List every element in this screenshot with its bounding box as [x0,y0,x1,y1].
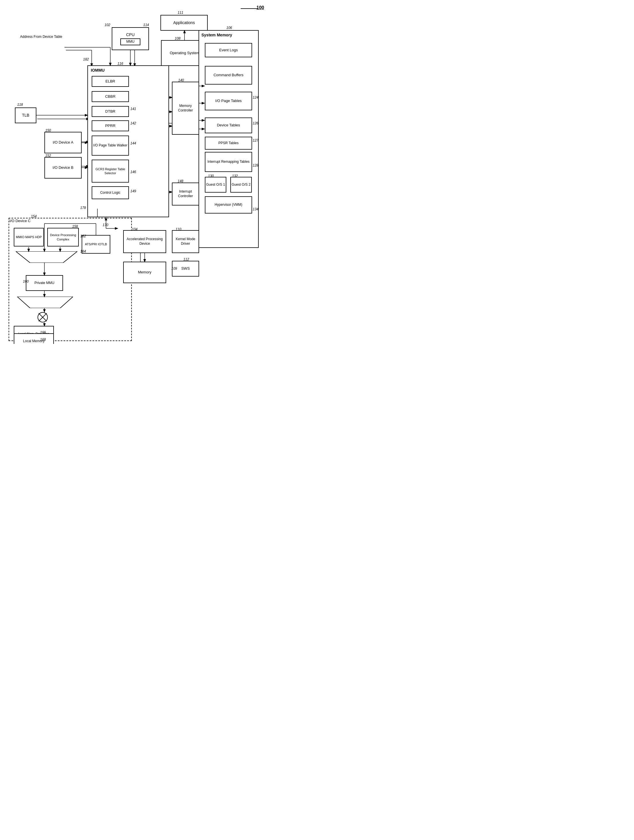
ref-104: 104 [132,227,137,231]
ref-148: 148 [178,179,183,183]
ref-141: 141 [130,107,136,111]
tlb-box: TLB [15,107,36,123]
interrupt-controller-box: Interrupt Controller [172,183,199,205]
io-device-b-box: I/O Device B [44,157,82,178]
ref-142: 142 [130,121,136,125]
mmio-maps-hdp-box: MMIO MAPS HDP [14,228,44,246]
cross-circle [37,312,48,323]
memory-box: Memory [123,262,166,283]
ref-132: 132 [232,174,238,178]
ref-100: 100 [256,5,264,10]
gcr3-box: GCR3 Register Table Selector [91,159,129,183]
ref-116: 116 [117,62,123,66]
address-from-device-table-label: Address From Device Table [20,35,62,39]
dtbr-box: DTBR [91,106,129,117]
mmu-box: MMU [120,38,140,45]
ref-164: 164 [80,249,86,253]
ref-146: 146 [130,170,136,174]
ref-130: 130 [208,174,214,178]
ref-162: 162 [80,234,86,238]
cbbr-box: CBBR [91,91,129,102]
ref-126: 126 [253,121,259,125]
ref-124: 124 [253,95,259,99]
ref-114: 114 [143,23,149,27]
hypervisor-box: Hypervisor (VMM) [205,196,252,213]
interrupt-remapping-tables-box: Interrupt Remapping Tables [205,152,252,172]
ref-178: 178 [80,206,86,210]
memory-controller-box: Memory Controller [172,82,199,135]
ref-150: 150 [45,128,51,133]
ref-158: 158 [72,224,78,228]
funnel-2 [17,297,73,308]
ref-112: 112 [183,257,189,261]
diagram-container: 100 Applications 111 CPU MMU 114 102 Add… [0,0,272,344]
ref-182: 182 [83,57,89,62]
svg-marker-23 [16,251,77,263]
kernel-mode-driver-box: Kernel Mode Driver [172,230,199,253]
event-logs-box: Event Logs [205,43,252,57]
ref-106: 106 [226,26,232,30]
pprr-box: PPRR [91,120,129,131]
local-memory-box: Local Memory [14,333,54,344]
private-mmu-box: Private MMU [26,275,63,291]
elbr-box: ELBR [91,76,129,87]
applications-box: Applications [161,15,208,31]
ref-134: 134 [253,207,259,211]
io-page-tables-box: I/O Page Tables [205,92,252,111]
io-page-table-walker-box: I/O Page Table Walker [91,136,129,156]
control-logic-box: Control Logic [91,186,129,199]
guest-os2-box: Guest O/S 2 [230,177,252,193]
device-tables-box: Device Tables [205,117,252,133]
io-device-a-box: I/O Device A [44,132,82,153]
ppsr-tables-box: PPSR Tables [205,137,252,150]
ref-127: 127 [253,139,259,142]
ref-168: 168 [40,338,46,342]
ref-128: 128 [253,163,259,167]
command-buffers-box: Command Buffers [205,66,252,85]
cpu-box: CPU MMU [112,27,149,50]
funnel-1 [16,251,77,263]
ref-110: 110 [176,227,181,231]
io-device-c-label: I/O Device C [9,219,31,223]
cpu-label: CPU [120,32,140,37]
ref-160: 160 [23,279,28,283]
ref-109: 109 [171,267,177,270]
device-processing-complex-box: Device Processing Complex [47,228,79,246]
ref-108: 108 [175,36,180,40]
ref-149: 149 [130,189,136,193]
ref-118: 118 [17,103,23,107]
ref-144: 144 [130,141,136,145]
ref-102: 102 [104,23,110,27]
guest-os1-box: Guest O/S 1 [205,177,226,193]
ref-152: 152 [45,154,51,158]
ref-111: 111 [178,11,183,14]
ref-154: 154 [31,215,37,218]
ref-140: 140 [178,78,184,82]
svg-marker-24 [17,297,73,308]
ref-170: 170 [103,223,108,227]
accelerated-processing-device-box: Accelerated Processing Device [123,230,166,253]
